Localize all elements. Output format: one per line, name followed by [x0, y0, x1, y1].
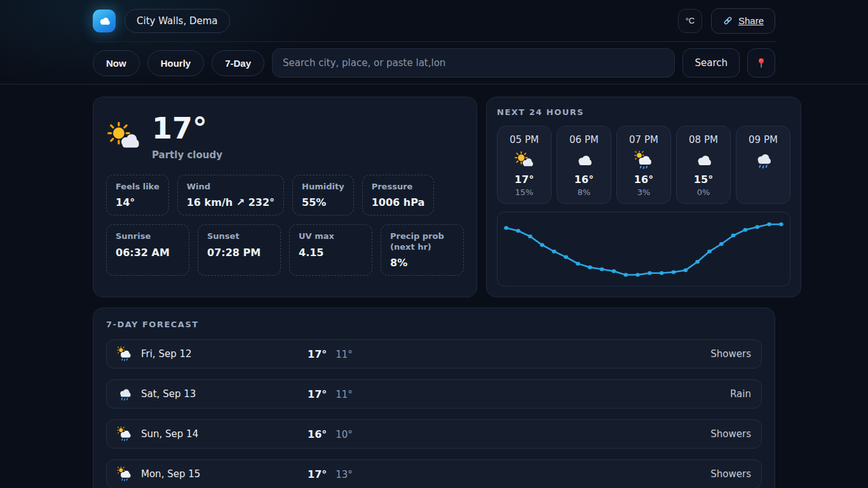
stat-tile-sunset: Sunset 07:28 PM	[198, 224, 281, 276]
forecast-row-sun[interactable]: Sun, Sep 14 16° 10° Showers	[106, 419, 762, 449]
stat-tile-wind: Wind 16 km/h ↗ 232°	[177, 175, 284, 215]
stat-tile-pressure: Pressure 1006 hPa	[362, 175, 435, 215]
day-temps: 17° 11°	[308, 388, 353, 400]
hour-time: 07 PM	[617, 134, 670, 146]
stat-tile-humidity: Humidity 55%	[292, 175, 354, 215]
hour-card: 08 PM 15° 0%	[676, 126, 731, 204]
hour-weather-icon	[694, 151, 713, 170]
day-label: Fri, Sep 12	[141, 348, 300, 360]
locate-me-button[interactable]	[747, 48, 775, 78]
round-pushpin-icon	[756, 57, 767, 69]
current-condition: Partly cloudy	[152, 149, 222, 161]
day-label: Mon, Sep 15	[141, 468, 300, 480]
day-temps: 17° 13°	[308, 468, 353, 480]
current-conditions-card: 17° Partly cloudy Feels like 14° Wind 16…	[93, 97, 477, 297]
location-label: City Walls, Dema	[137, 15, 218, 27]
forecast-row-sat[interactable]: Sat, Sep 13 17° 11° Rain	[106, 379, 762, 409]
day-weather-icon	[117, 386, 132, 402]
temperature-chart	[497, 212, 790, 287]
stat-label: Sunset	[207, 231, 271, 241]
hour-weather-icon	[754, 151, 773, 170]
share-button[interactable]: Share	[711, 8, 775, 34]
stat-value: 55%	[302, 196, 344, 208]
tab-now[interactable]: Now	[93, 50, 140, 76]
search-button[interactable]: Search	[682, 48, 740, 78]
hour-time: 06 PM	[557, 134, 611, 146]
stat-label: Pressure	[372, 182, 425, 192]
link-icon	[722, 15, 733, 26]
hour-weather-icon	[634, 151, 653, 170]
day-high-temp: 16°	[308, 428, 327, 440]
hour-time: 05 PM	[498, 134, 551, 146]
hour-card: 06 PM 16° 8%	[557, 126, 611, 204]
forecast-row-fri[interactable]: Fri, Sep 12 17° 11° Showers	[106, 339, 762, 369]
current-temperature: 17°	[152, 114, 222, 143]
seven-day-forecast-card: 7-DAY FORECAST Fri, Sep 12 17° 11° Showe…	[93, 308, 775, 488]
hour-temp: 16°	[617, 173, 670, 186]
day-low-temp: 11°	[336, 389, 353, 400]
hourly-scroll-row[interactable]: 05 PM 17° 15% 06 PM 16° 8% 07 PM 16° 3%	[497, 126, 790, 204]
day-temps: 17° 11°	[308, 348, 353, 360]
current-stats-row-1: Feels like 14° Wind 16 km/h ↗ 232° Humid…	[106, 175, 464, 215]
cloud-logo-icon	[97, 14, 111, 28]
hour-temp: 17°	[498, 173, 551, 186]
seven-day-forecast-title: 7-DAY FORECAST	[106, 320, 762, 329]
day-condition: Showers	[710, 348, 751, 360]
stat-tile-precip-prob: Precip prob (next hr) 8%	[381, 224, 464, 276]
hour-precip: 3%	[617, 187, 670, 197]
stat-value: 4.15	[299, 247, 363, 259]
stat-value: 06:32 AM	[116, 247, 180, 259]
stat-label: Sunrise	[116, 231, 180, 241]
stat-value: 16 km/h ↗ 232°	[187, 196, 275, 208]
share-label: Share	[738, 15, 764, 26]
current-stats-row-2: Sunrise 06:32 AM Sunset 07:28 PM UV max …	[106, 224, 464, 276]
forecast-row-mon[interactable]: Mon, Sep 15 17° 13° Showers	[106, 459, 762, 488]
tab-7day[interactable]: 7-Day	[212, 50, 264, 76]
day-weather-icon	[117, 346, 132, 362]
stat-tile-sunrise: Sunrise 06:32 AM	[106, 224, 189, 276]
tab-hourly[interactable]: Hourly	[147, 50, 205, 76]
day-condition: Rain	[730, 388, 751, 400]
day-high-temp: 17°	[308, 348, 327, 360]
location-chip[interactable]: City Walls, Dema	[125, 9, 230, 33]
hour-card: 07 PM 16° 3%	[616, 126, 671, 204]
hour-weather-icon	[515, 151, 534, 170]
day-label: Sun, Sep 14	[141, 428, 300, 440]
day-condition: Showers	[710, 468, 751, 480]
hour-temp: 16°	[557, 173, 611, 186]
stat-label: Precip prob (next hr)	[390, 231, 454, 252]
hour-time: 09 PM	[736, 134, 790, 146]
stat-value: 1006 hPa	[372, 196, 425, 208]
unit-toggle-button[interactable]: °C	[678, 9, 702, 33]
day-label: Sat, Sep 13	[141, 388, 300, 400]
stat-label: Wind	[187, 182, 275, 192]
forecast-rows: Fri, Sep 12 17° 11° Showers Sat, Sep 13 …	[106, 339, 762, 488]
stat-tile-uv-max: UV max 4.15	[289, 224, 372, 276]
stat-label: UV max	[299, 231, 363, 241]
current-weather-icon	[107, 121, 140, 154]
day-low-temp: 10°	[336, 429, 353, 440]
main-content: 17° Partly cloudy Feels like 14° Wind 16…	[85, 97, 783, 488]
hour-temp: 15°	[677, 173, 730, 186]
day-temps: 16° 10°	[308, 428, 353, 440]
day-weather-icon	[117, 426, 132, 442]
stat-label: Humidity	[302, 182, 344, 192]
next-24-hours-panel: NEXT 24 HOURS 05 PM 17° 15% 06 PM 16° 8%…	[486, 97, 801, 297]
stat-value: 8%	[390, 257, 454, 269]
next-24-hours-title: NEXT 24 HOURS	[497, 107, 790, 117]
hour-card-partial: 09 PM	[736, 126, 790, 204]
hour-weather-icon	[574, 151, 593, 170]
stat-tile-feels-like: Feels like 14°	[106, 175, 169, 215]
day-weather-icon	[117, 466, 132, 482]
top-bar: City Walls, Dema °C Share	[93, 0, 775, 42]
search-input[interactable]	[272, 48, 675, 78]
current-hero: 17° Partly cloudy	[107, 114, 464, 161]
hour-precip: 15%	[498, 187, 551, 197]
stat-value: 07:28 PM	[207, 247, 271, 259]
hour-precip: 8%	[557, 187, 611, 197]
day-low-temp: 13°	[336, 469, 353, 480]
day-high-temp: 17°	[308, 388, 327, 400]
app-header: City Walls, Dema °C Share Now Hourly 7-D…	[0, 0, 868, 85]
hour-precip: 0%	[677, 187, 730, 197]
hour-time: 08 PM	[677, 134, 730, 146]
